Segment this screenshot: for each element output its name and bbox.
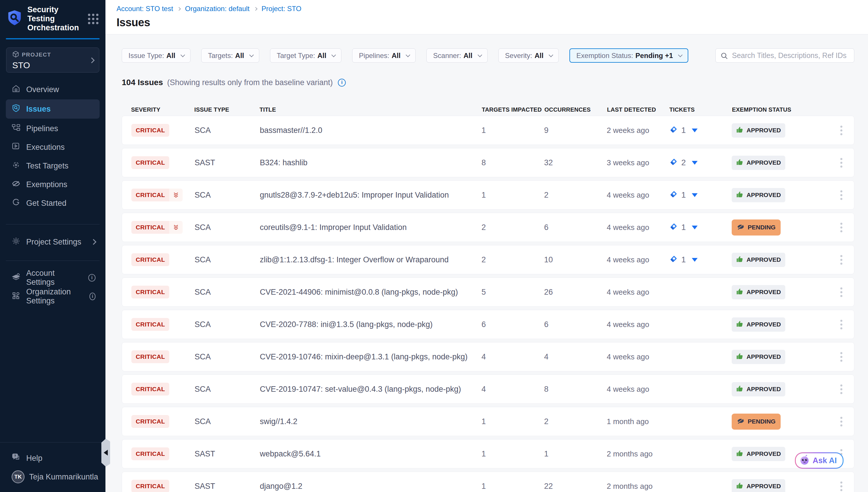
sidebar-item-pipelines[interactable]: Pipelines <box>0 119 105 138</box>
table-row[interactable]: CRITICAL SAST django@1.2 1 22 2 months a… <box>122 472 854 492</box>
info-icon[interactable]: i <box>89 293 96 300</box>
tickets-group[interactable]: 1 <box>669 125 732 135</box>
row-menu-button[interactable] <box>835 223 847 232</box>
table-row[interactable]: CRITICAL SCA CVE-2019-10746: mixin-deep@… <box>122 342 854 371</box>
sidebar-item-organization-settings[interactable]: Organization Settings i <box>0 287 105 306</box>
issue-title-cell[interactable]: B324: hashlib <box>260 158 481 167</box>
table-row[interactable]: CRITICAL SCA CVE-2021-44906: minimist@0.… <box>122 277 854 306</box>
jira-ticket-icon <box>669 255 678 265</box>
sidebar-item-label: Exemptions <box>26 180 67 189</box>
table-row[interactable]: CRITICAL SCA gnutls28@3.7.9-2+deb12u5: I… <box>122 180 854 210</box>
accent-rule <box>6 38 100 39</box>
sidebar-item-overview[interactable]: Overview <box>0 80 105 99</box>
chevron-down-icon <box>478 53 482 57</box>
occurrences-cell: 4 <box>544 352 607 362</box>
caret-down-icon <box>692 161 698 165</box>
table-row[interactable]: CRITICAL SAST webpack@5.64.1 1 1 2 month… <box>122 439 854 468</box>
targets-impacted-cell: 2 <box>481 255 544 264</box>
occurrences-cell: 6 <box>544 223 607 232</box>
filter-targets[interactable]: Targets: All <box>201 48 259 63</box>
filter-pipelines[interactable]: Pipelines: All <box>352 48 416 63</box>
filter-severity[interactable]: Severity: All <box>498 48 559 63</box>
targets-impacted-cell: 4 <box>481 385 544 394</box>
ask-ai-button[interactable]: Ask AI <box>795 452 844 469</box>
row-menu-button[interactable] <box>835 417 847 426</box>
sidebar-item-exemptions[interactable]: Exemptions <box>0 175 105 194</box>
sidebar-item-get-started[interactable]: Get Started <box>0 194 105 213</box>
row-menu-button[interactable] <box>835 385 847 394</box>
sidebar-item-test-targets[interactable]: Test Targets <box>0 156 105 175</box>
exemption-badge-label: APPROVED <box>746 483 781 490</box>
search-input[interactable] <box>715 48 854 63</box>
table-row[interactable]: CRITICAL SCA coreutils@9.1-1: Improper I… <box>122 213 854 242</box>
issue-title-cell[interactable]: django@1.2 <box>260 482 481 491</box>
tickets-group[interactable]: 2 <box>669 158 732 168</box>
targets-impacted-cell: 1 <box>481 417 544 426</box>
info-icon[interactable]: i <box>338 79 346 87</box>
table-row[interactable]: CRITICAL SCA zlib@1:1.2.13.dfsg-1: Integ… <box>122 245 854 274</box>
issue-title-cell[interactable]: CVE-2020-7788: ini@1.3.5 (lang-pkgs, nod… <box>260 320 481 329</box>
last-detected-cell: 4 weeks ago <box>607 320 669 329</box>
severity-badge: CRITICAL <box>131 318 169 331</box>
issue-title-cell[interactable]: coreutils@9.1-1: Improper Input Validati… <box>260 223 481 232</box>
row-menu-button[interactable] <box>835 352 847 362</box>
table-row[interactable]: CRITICAL SCA swig//1.4.2 1 2 1 month ago… <box>122 407 854 436</box>
filter-exemption-status[interactable]: Exemption Status: Pending +1 <box>570 48 688 63</box>
table-row[interactable]: CRITICAL SCA bassmaster//1.2.0 1 9 2 wee… <box>122 116 854 145</box>
issue-title-cell[interactable]: CVE-2019-10747: set-value@0.4.3 (lang-pk… <box>260 385 481 394</box>
filter-issue-type[interactable]: Issue Type: All <box>122 48 190 63</box>
severity-badge-label: CRITICAL <box>131 480 169 492</box>
targets-impacted-cell: 1 <box>481 449 544 459</box>
sidebar-collapse-handle[interactable] <box>101 439 110 467</box>
ai-mascot-icon <box>799 455 810 466</box>
sidebar-item-label: Overview <box>26 85 59 94</box>
row-menu-button[interactable] <box>835 255 847 265</box>
issue-title-cell[interactable]: CVE-2021-44906: minimist@0.0.8 (lang-pkg… <box>260 288 481 297</box>
col-exemption-status: EXEMPTION STATUS <box>732 106 836 113</box>
issue-title-cell[interactable]: gnutls28@3.7.9-2+deb12u5: Improper Input… <box>260 191 481 200</box>
breadcrumb-org-link[interactable]: Organization: default <box>185 5 249 13</box>
table-row[interactable]: CRITICAL SCA CVE-2020-7788: ini@1.3.5 (l… <box>122 310 854 339</box>
row-menu-button[interactable] <box>835 287 847 297</box>
targets-impacted-cell: 8 <box>481 158 544 167</box>
sidebar-item-executions[interactable]: Executions <box>0 138 105 156</box>
user-menu[interactable]: TK Teja Kummarikuntla <box>0 468 105 486</box>
filter-scanner[interactable]: Scanner: All <box>426 48 488 63</box>
info-icon[interactable]: i <box>88 274 96 281</box>
issue-title-cell[interactable]: swig//1.4.2 <box>260 417 481 426</box>
tickets-group[interactable]: 1 <box>669 190 732 200</box>
breadcrumb-project-link[interactable]: Project: STO <box>262 5 301 13</box>
row-menu-button[interactable] <box>835 190 847 200</box>
row-menu-button[interactable] <box>835 158 847 168</box>
exemption-badge-label: APPROVED <box>746 321 781 328</box>
thumbs-up-icon <box>736 449 744 459</box>
sidebar-item-label: Organization Settings <box>26 287 84 305</box>
cube-icon <box>12 51 19 59</box>
table-row[interactable]: CRITICAL SCA CVE-2019-10747: set-value@0… <box>122 374 854 404</box>
tickets-group[interactable]: 1 <box>669 222 732 232</box>
filter-target-type[interactable]: Target Type: All <box>270 48 341 63</box>
occurrences-cell: 32 <box>544 158 607 167</box>
table-row[interactable]: CRITICAL SAST B324: hashlib 8 32 3 weeks… <box>122 148 854 177</box>
breadcrumb-account-link[interactable]: Account: STO test <box>116 5 173 13</box>
severity-badge: CRITICAL <box>131 253 169 266</box>
row-menu-button[interactable] <box>835 482 847 491</box>
avatar: TK <box>12 470 24 483</box>
issue-title-cell[interactable]: CVE-2019-10746: mixin-deep@1.3.1 (lang-p… <box>260 352 481 362</box>
help-button[interactable]: ? Help <box>0 449 105 468</box>
jira-ticket-icon <box>669 125 678 135</box>
tickets-group[interactable]: 1 <box>669 255 732 265</box>
project-selector[interactable]: PROJECT STO <box>6 48 99 73</box>
exemption-badge: APPROVED <box>732 447 785 461</box>
row-menu-button[interactable] <box>835 126 847 135</box>
exemption-badge: APPROVED <box>732 188 785 202</box>
exemption-badge-label: PENDING <box>748 224 776 231</box>
row-menu-button[interactable] <box>835 320 847 329</box>
app-switcher-icon[interactable] <box>88 14 99 24</box>
issue-title-cell[interactable]: bassmaster//1.2.0 <box>260 126 481 135</box>
sidebar-item-account-settings[interactable]: Account Settings i <box>0 268 105 287</box>
sidebar-item-project-settings[interactable]: Project Settings <box>0 232 105 251</box>
sidebar-item-issues[interactable]: Issues <box>6 99 100 119</box>
issue-title-cell[interactable]: zlib@1:1.2.13.dfsg-1: Integer Overflow o… <box>260 255 481 264</box>
issue-title-cell[interactable]: webpack@5.64.1 <box>260 449 481 459</box>
